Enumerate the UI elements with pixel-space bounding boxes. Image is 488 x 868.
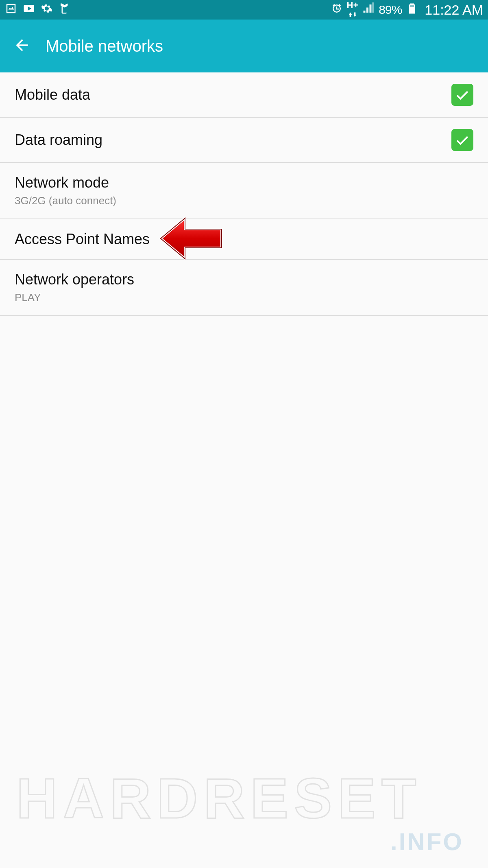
item-label: Access Point Names: [15, 231, 150, 248]
item-label: Network operators: [15, 271, 134, 288]
checkbox-mobile-data[interactable]: [451, 84, 473, 106]
alarm-icon: [331, 2, 343, 17]
item-network-operators[interactable]: Network operators PLAY: [0, 260, 488, 316]
settings-list: Mobile data Data roaming Network mode 3G…: [0, 72, 488, 316]
item-mobile-data[interactable]: Mobile data: [0, 72, 488, 118]
status-left-icons: [5, 2, 71, 17]
item-sublabel: 3G/2G (auto connect): [15, 195, 116, 207]
item-label: Data roaming: [15, 131, 102, 149]
item-sublabel: PLAY: [15, 291, 134, 304]
watermark-main: HARDRESET: [16, 765, 422, 831]
item-access-point-names[interactable]: Access Point Names: [0, 219, 488, 260]
item-label: Mobile data: [15, 86, 90, 103]
page-title: Mobile networks: [46, 37, 163, 55]
app-bar: Mobile networks: [0, 20, 488, 72]
youtube-icon: [23, 2, 35, 17]
network-type-label: H+: [347, 1, 359, 19]
back-arrow-icon[interactable]: [13, 36, 31, 56]
battery-icon: [406, 2, 418, 17]
gear-icon: [41, 2, 53, 17]
gallery-icon: [5, 2, 17, 17]
checkbox-data-roaming[interactable]: [451, 129, 473, 151]
clock-label: 11:22 AM: [425, 2, 483, 18]
status-bar: H+ 89% 11:22 AM: [0, 0, 488, 20]
signal-icon: [362, 2, 375, 17]
item-network-mode[interactable]: Network mode 3G/2G (auto connect): [0, 163, 488, 219]
red-pointer-arrow-icon: [159, 216, 224, 262]
play-store-icon: [59, 2, 71, 17]
status-right: H+ 89% 11:22 AM: [331, 1, 483, 19]
item-data-roaming[interactable]: Data roaming: [0, 118, 488, 163]
battery-percent-label: 89%: [379, 3, 402, 17]
watermark-sub: .INFO: [390, 828, 464, 856]
svg-rect-0: [410, 7, 414, 13]
item-label: Network mode: [15, 174, 116, 191]
